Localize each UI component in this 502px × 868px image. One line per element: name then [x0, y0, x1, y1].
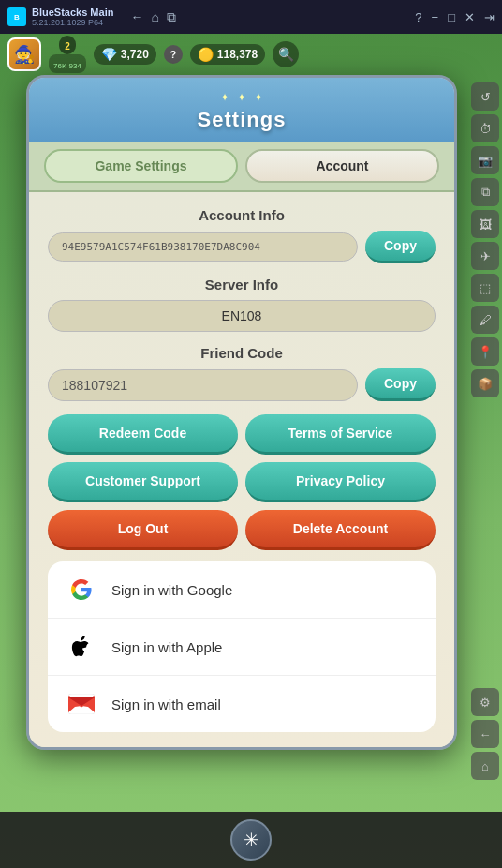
bluestacks-title: BlueStacks Main — [32, 7, 113, 18]
gem-counter[interactable]: 💎 3,720 — [94, 44, 156, 65]
sidebar-refresh-icon[interactable]: ↺ — [471, 82, 499, 111]
maximize-icon[interactable]: □ — [448, 10, 455, 24]
settings-overlay: ✦ ✦ ✦ Settings Game Settings Account Acc… — [26, 75, 457, 750]
player-level: 2 — [65, 41, 70, 52]
signin-email-item[interactable]: Sign in with email — [48, 676, 436, 732]
sidebar-timer-icon[interactable]: ⏱ — [471, 114, 499, 142]
sidebar-screen-icon[interactable]: ⧉ — [471, 178, 499, 206]
windows-icon[interactable]: ⧉ — [167, 9, 176, 25]
bluestacks-topbar: B BlueStacks Main 5.21.201.1029 P64 ← ⌂ … — [0, 0, 502, 34]
copy-account-button[interactable]: Copy — [365, 231, 436, 263]
gem-icon: 💎 — [101, 47, 117, 62]
coin-icon: 🟡 — [198, 47, 214, 62]
sidebar-settings-icon[interactable]: ⚙ — [471, 688, 499, 716]
action-buttons-grid: Redeem Code Terms of Service Customer Su… — [48, 414, 436, 550]
account-info-row: 94E9579A1C574F61B938170E7DA8C904 Copy — [48, 231, 436, 263]
signin-section: Sign in with Google Sign in with Apple — [48, 561, 436, 732]
terms-of-service-button[interactable]: Terms of Service — [245, 414, 436, 455]
bottom-center-button[interactable]: ✳ — [230, 819, 272, 861]
log-out-button[interactable]: Log Out — [48, 510, 238, 550]
sidebar-toggle-icon[interactable]: ⇥ — [484, 10, 495, 24]
player-avatar[interactable]: 🧙 — [7, 37, 41, 71]
settings-content: Account Info 94E9579A1C574F61B938170E7DA… — [29, 192, 454, 747]
home-icon[interactable]: ⌂ — [151, 9, 158, 25]
signin-email-label: Sign in with email — [111, 696, 221, 712]
sidebar-edit-icon[interactable]: 🖊 — [471, 306, 499, 334]
friend-code-label: Friend Code — [48, 345, 436, 361]
coin-count: 118,378 — [217, 48, 258, 61]
delete-account-button[interactable]: Delete Account — [245, 510, 436, 550]
account-info-value: 94E9579A1C574F61B938170E7DA8C904 — [48, 232, 358, 262]
bs-nav-icons: ← ⌂ ⧉ — [130, 9, 175, 25]
signin-apple-item[interactable]: Sign in with Apple — [48, 619, 436, 676]
server-info-label: Server Info — [48, 277, 436, 292]
sidebar-back-icon[interactable]: ← — [471, 720, 499, 748]
tab-account[interactable]: Account — [245, 149, 439, 183]
friend-code-value: 188107921 — [48, 369, 358, 401]
signin-google-item[interactable]: Sign in with Google — [48, 561, 436, 619]
help-icon[interactable]: ? — [415, 10, 421, 24]
apple-icon — [66, 632, 96, 662]
gem-count: 3,720 — [121, 48, 149, 61]
header-star-mid: ✦ — [237, 91, 246, 104]
sidebar-package-icon[interactable]: 📦 — [471, 369, 499, 397]
sidebar-home-icon[interactable]: ⌂ — [471, 752, 499, 780]
game-topbar: 🧙 2 76K 934 💎 3,720 ? 🟡 118,378 🔍 — [0, 34, 502, 75]
header-star-right: ✦ — [254, 91, 263, 104]
bluestacks-logo: B — [7, 7, 26, 26]
bottom-navigation: ✳ — [0, 812, 502, 868]
account-info-label: Account Info — [48, 207, 436, 223]
settings-title: Settings — [29, 108, 454, 132]
copy-friend-code-button[interactable]: Copy — [365, 368, 436, 401]
customer-support-button[interactable]: Customer Support — [48, 462, 238, 502]
close-icon[interactable]: ✕ — [465, 10, 475, 24]
privacy-policy-button[interactable]: Privacy Policy — [245, 462, 436, 502]
player-xp: 76K 934 — [53, 62, 81, 70]
tab-bar: Game Settings Account — [29, 142, 454, 192]
google-icon — [66, 575, 96, 605]
sidebar-macro-icon[interactable]: ⬚ — [471, 274, 499, 302]
bs-window-controls: ? − □ ✕ ⇥ — [415, 10, 495, 24]
gem-question-icon[interactable]: ? — [164, 45, 183, 64]
minimize-icon[interactable]: − — [432, 10, 439, 24]
back-icon[interactable]: ← — [130, 9, 143, 25]
signin-google-label: Sign in with Google — [111, 582, 232, 598]
sidebar-location-icon[interactable]: 📍 — [471, 337, 499, 366]
signin-apple-label: Sign in with Apple — [111, 639, 222, 655]
search-button[interactable]: 🔍 — [273, 41, 299, 67]
sidebar-plane-icon[interactable]: ✈ — [471, 242, 499, 270]
friend-code-row: 188107921 Copy — [48, 368, 436, 401]
bluestacks-subtitle: 5.21.201.1029 P64 — [32, 18, 113, 27]
tab-game-settings[interactable]: Game Settings — [44, 149, 238, 183]
settings-dialog: ✦ ✦ ✦ Settings Game Settings Account Acc… — [26, 75, 457, 750]
sidebar-camera-icon[interactable]: 📷 — [471, 146, 499, 174]
right-sidebar: ↺ ⏱ 📷 ⧉ 🖼 ✈ ⬚ 🖊 📍 📦 ⚙ ← ⌂ — [468, 75, 502, 787]
header-star-left: ✦ — [220, 91, 229, 104]
sidebar-image-icon[interactable]: 🖼 — [471, 210, 499, 238]
gmail-icon — [66, 689, 96, 719]
server-info-value: EN108 — [48, 300, 436, 332]
settings-header: ✦ ✦ ✦ Settings — [29, 78, 454, 142]
coin-counter[interactable]: 🟡 118,378 — [190, 44, 265, 65]
redeem-code-button[interactable]: Redeem Code — [48, 414, 238, 455]
server-info-row: EN108 — [48, 300, 436, 332]
